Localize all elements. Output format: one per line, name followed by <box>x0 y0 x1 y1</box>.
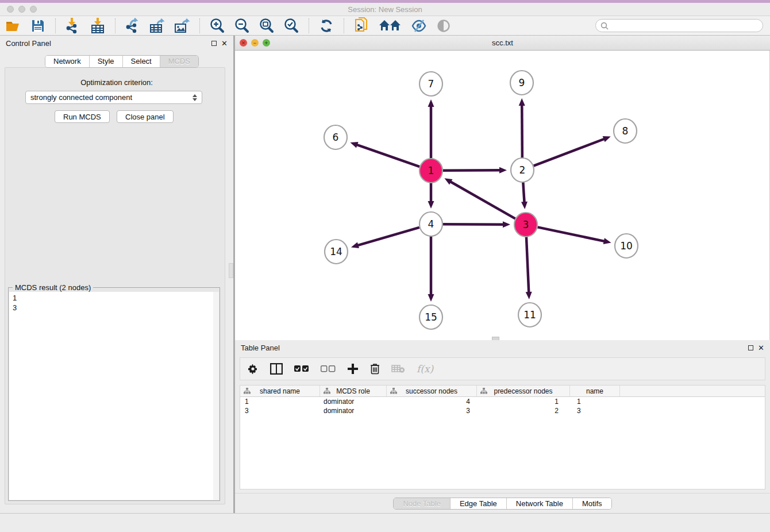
control-panel-header: Control Panel ✕ <box>0 36 233 51</box>
column-header-predecessor-nodes[interactable]: predecessor nodes <box>477 385 570 396</box>
zoom-in-icon[interactable] <box>209 18 226 34</box>
graph-node-8[interactable]: 8 <box>614 119 637 143</box>
table-row[interactable]: 1 dominator 4 1 1 <box>240 397 765 406</box>
graph-edge[interactable] <box>534 138 605 165</box>
search-icon <box>600 22 609 30</box>
network-window-titlebar[interactable]: ✕ − + scc.txt <box>235 36 770 51</box>
svg-text:1: 1 <box>428 165 434 176</box>
result-scrollbar[interactable] <box>213 292 219 500</box>
tab-node-table[interactable]: Node Table <box>394 498 451 509</box>
function-builder-icon[interactable]: f(x) <box>417 363 433 375</box>
tab-select[interactable]: Select <box>123 56 160 67</box>
select-all-checkboxes-icon[interactable] <box>294 365 309 373</box>
graph-node-9[interactable]: 9 <box>510 71 533 95</box>
status-bar: Memory <box>0 513 770 532</box>
select-value: strongly connected component <box>30 93 132 102</box>
search-field[interactable] <box>595 19 763 32</box>
network-graph[interactable]: 7968124314101511 <box>235 51 769 340</box>
graph-node-1[interactable]: 1 <box>419 159 442 183</box>
graph-node-11[interactable]: 11 <box>518 303 541 327</box>
delete-column-icon[interactable] <box>391 364 405 373</box>
graph-node-10[interactable]: 10 <box>615 234 638 258</box>
export-image-icon[interactable] <box>174 18 191 34</box>
optimization-criterion-label: Optimization criterion: <box>0 78 233 87</box>
minimize-window-icon[interactable] <box>18 6 25 13</box>
home-icon[interactable] <box>378 18 403 34</box>
export-network-icon[interactable] <box>124 18 141 34</box>
zoom-fit-icon[interactable] <box>258 18 275 34</box>
columns-icon[interactable] <box>270 363 283 375</box>
toolbar-separator <box>344 18 344 33</box>
column-header-successor-nodes[interactable]: successor nodes <box>387 385 477 396</box>
edge-arrowhead-icon <box>521 202 528 209</box>
hierarchy-icon <box>244 388 251 394</box>
close-panel-button[interactable]: Close panel <box>117 110 174 123</box>
table-toolbar: f(x) <box>240 357 765 380</box>
graph-edge[interactable] <box>443 170 500 171</box>
graph-edge[interactable] <box>522 105 522 158</box>
save-icon[interactable] <box>29 18 47 34</box>
clone-network-icon[interactable] <box>353 18 370 34</box>
optimization-criterion-select[interactable]: strongly connected component <box>25 91 202 104</box>
export-table-icon[interactable] <box>149 18 166 34</box>
titlebar[interactable]: Session: New Session <box>0 3 770 16</box>
tab-style[interactable]: Style <box>90 56 123 67</box>
graph-edge[interactable] <box>523 182 524 203</box>
zoom-selected-icon[interactable] <box>283 18 300 34</box>
trash-icon[interactable] <box>370 363 380 375</box>
graph-edge[interactable] <box>538 227 605 241</box>
graph-node-3[interactable]: 3 <box>514 213 537 237</box>
column-header-mcds-role[interactable]: MCDS role <box>320 385 387 396</box>
chevron-up-down-icon <box>192 94 197 101</box>
close-panel-icon[interactable]: ✕ <box>221 41 228 46</box>
hide-details-icon[interactable] <box>410 18 428 34</box>
graph-node-15[interactable]: 15 <box>419 305 442 329</box>
graph-node-2[interactable]: 2 <box>511 158 534 182</box>
float-table-panel-icon[interactable] <box>748 345 753 350</box>
graph-edge[interactable] <box>526 237 529 293</box>
import-network-icon[interactable] <box>64 18 82 34</box>
close-window-icon[interactable] <box>7 6 14 13</box>
refresh-icon[interactable] <box>318 18 335 34</box>
edge-arrowhead-icon <box>603 238 611 244</box>
svg-text:11: 11 <box>523 309 536 321</box>
graph-node-4[interactable]: 4 <box>419 212 442 236</box>
graph-node-7[interactable]: 7 <box>419 72 442 96</box>
mcds-result-text[interactable]: 1 3 <box>9 292 219 500</box>
splitter-grip[interactable] <box>229 263 233 278</box>
deselect-checkboxes-icon[interactable] <box>321 365 336 373</box>
open-folder-icon[interactable] <box>5 18 22 34</box>
graph-edge[interactable] <box>357 228 419 246</box>
graph-edge[interactable] <box>356 145 419 167</box>
graph-edge[interactable] <box>450 182 515 219</box>
graph-node-14[interactable]: 14 <box>325 240 348 264</box>
column-header-name[interactable]: name <box>570 385 620 396</box>
table-panel-title: Table Panel <box>241 344 280 352</box>
eye-icon[interactable] <box>435 18 452 34</box>
hierarchy-icon <box>324 388 330 394</box>
graph-node-6[interactable]: 6 <box>324 125 347 149</box>
window-controls[interactable] <box>7 6 37 13</box>
node-table[interactable]: shared name MCDS role successor nodes pr… <box>240 385 765 489</box>
zoom-out-icon[interactable] <box>233 18 251 34</box>
column-header-shared-name[interactable]: shared name <box>240 385 320 396</box>
tab-network[interactable]: Network <box>45 56 90 67</box>
toolbar-separator <box>115 18 116 33</box>
float-panel-icon[interactable] <box>211 41 217 46</box>
import-table-icon[interactable] <box>89 18 106 34</box>
tab-mcds[interactable]: MCDS <box>160 56 198 67</box>
edge-arrowhead-icon <box>603 136 611 142</box>
add-icon[interactable] <box>347 363 359 375</box>
graph-edge[interactable] <box>443 224 504 225</box>
tab-edge-table[interactable]: Edge Table <box>451 498 507 509</box>
table-row[interactable]: 3 dominator 3 2 3 <box>240 406 765 415</box>
tab-motifs[interactable]: Motifs <box>573 498 611 509</box>
search-input[interactable] <box>611 22 758 30</box>
run-mcds-button[interactable]: Run MCDS <box>55 110 110 123</box>
tab-network-table[interactable]: Network Table <box>507 498 573 509</box>
control-panel-title: Control Panel <box>6 39 51 48</box>
close-table-panel-icon[interactable]: ✕ <box>758 345 764 350</box>
svg-text:8: 8 <box>622 125 629 137</box>
maximize-window-icon[interactable] <box>30 6 37 13</box>
gear-icon[interactable] <box>247 363 259 375</box>
